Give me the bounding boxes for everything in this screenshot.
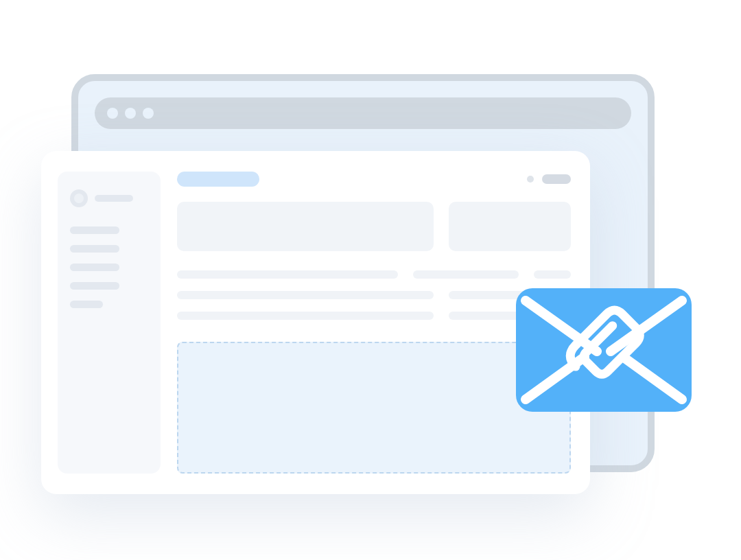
list-row bbox=[177, 291, 571, 299]
sidebar bbox=[58, 172, 161, 474]
traffic-light-icon bbox=[107, 108, 118, 119]
browser-toolbar bbox=[95, 97, 631, 129]
svg-line-3 bbox=[623, 357, 682, 399]
list-cell bbox=[177, 291, 434, 299]
attachment-dropzone[interactable] bbox=[177, 342, 571, 474]
list-row bbox=[177, 312, 571, 320]
traffic-light-icon bbox=[143, 108, 154, 119]
summary-panel bbox=[177, 202, 434, 251]
sidebar-item[interactable] bbox=[70, 245, 119, 253]
header-controls bbox=[527, 174, 571, 184]
traffic-light-icon bbox=[125, 108, 136, 119]
sidebar-item[interactable] bbox=[70, 226, 119, 234]
main-content bbox=[177, 172, 571, 474]
sidebar-item[interactable] bbox=[70, 282, 119, 290]
avatar-icon bbox=[70, 189, 88, 207]
profile-name-placeholder bbox=[95, 195, 133, 202]
sidebar-item[interactable] bbox=[70, 264, 119, 271]
sidebar-item[interactable] bbox=[70, 301, 103, 308]
list-cell bbox=[177, 270, 398, 279]
list-cell bbox=[534, 270, 571, 279]
list-cell bbox=[413, 270, 519, 279]
svg-line-0 bbox=[526, 301, 597, 351]
list-cell bbox=[177, 312, 434, 320]
app-card bbox=[41, 151, 590, 494]
side-panel bbox=[449, 202, 571, 251]
header-action[interactable] bbox=[542, 174, 571, 184]
active-tab[interactable] bbox=[177, 172, 259, 187]
email-attachment-icon bbox=[516, 288, 692, 412]
profile-row bbox=[70, 189, 148, 207]
list-row bbox=[177, 270, 571, 279]
status-dot-icon bbox=[527, 176, 534, 183]
